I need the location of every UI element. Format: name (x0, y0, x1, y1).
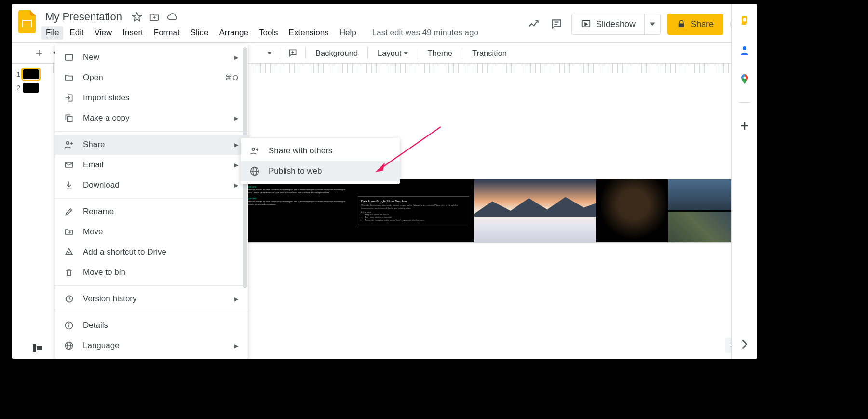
submenu-item-label: Publish to web (269, 166, 322, 176)
slide-number: 2 (14, 84, 20, 92)
background-button[interactable]: Background (310, 46, 364, 61)
svg-point-27 (67, 142, 69, 145)
info-icon (64, 320, 74, 331)
slide-region-landscape-image (474, 179, 596, 242)
svg-point-38 (252, 148, 255, 151)
side-panel (731, 4, 757, 359)
keyboard-shortcut: ⌘O (225, 73, 238, 82)
add-comment-icon[interactable] (284, 45, 301, 61)
email-icon (64, 160, 74, 170)
history-icon (64, 294, 74, 304)
drive-shortcut-icon (64, 247, 74, 257)
slide-region-text: Type one Lorem ipsum dolor sit amet, con… (242, 179, 353, 242)
trash-icon (64, 267, 74, 278)
share-submenu: Share with others Publish to web (241, 138, 400, 184)
add-addon-icon[interactable] (739, 120, 750, 132)
slide-thumbnail (23, 69, 39, 79)
keep-icon[interactable] (739, 15, 750, 27)
menu-tools[interactable]: Tools (255, 26, 283, 40)
title-bar: My Presentation File Edit View Insert Fo… (12, 4, 757, 42)
svg-marker-11 (474, 197, 596, 217)
menu-slide[interactable]: Slide (186, 26, 213, 40)
menu-item-label: Make a copy (83, 113, 129, 123)
menu-item-label: Email (83, 160, 104, 170)
slide-thumb-1[interactable]: 1 (14, 68, 47, 81)
menu-item-open[interactable]: Open ⌘O (55, 68, 248, 88)
rename-icon (64, 206, 74, 217)
menu-item-label: Version history (83, 294, 137, 304)
filmstrip-view-icon[interactable] (31, 342, 44, 356)
folder-icon (64, 72, 74, 83)
menu-item-label: Add a shortcut to Drive (83, 247, 166, 257)
menu-edit[interactable]: Edit (65, 26, 88, 40)
menu-extensions[interactable]: Extensions (285, 26, 333, 40)
menu-item-label: New (83, 53, 99, 62)
share-person-icon (249, 146, 260, 156)
comments-icon[interactable] (548, 16, 565, 32)
menu-item-share[interactable]: Share ▶ (55, 135, 248, 155)
theme-button[interactable]: Theme (422, 46, 458, 61)
slideshow-button[interactable]: Slideshow (572, 14, 644, 34)
hide-panel-icon[interactable] (741, 339, 748, 351)
menu-item-import-slides[interactable]: Import slides (55, 88, 248, 108)
slideshow-label: Slideshow (596, 19, 636, 29)
menu-item-label: Language (83, 341, 120, 351)
menu-item-move[interactable]: Move (55, 222, 248, 242)
move-to-drive-icon[interactable] (149, 12, 160, 22)
submenu-share-with-others[interactable]: Share with others (241, 141, 400, 161)
submenu-arrow-icon: ▶ (234, 296, 238, 302)
document-title[interactable]: My Presentation (42, 10, 125, 24)
template-box-title: Data Arena Google Slides Template (361, 200, 466, 203)
menu-bar: File Edit View Insert Format Slide Arran… (41, 26, 525, 40)
menu-item-label: Open (83, 73, 103, 82)
share-button[interactable]: Share (667, 14, 723, 35)
star-icon[interactable] (132, 12, 142, 22)
menu-item-add-shortcut[interactable]: Add a shortcut to Drive (55, 242, 248, 262)
menu-help[interactable]: Help (335, 26, 361, 40)
submenu-item-label: Share with others (269, 146, 332, 156)
menu-file[interactable]: File (41, 26, 63, 40)
menu-item-version-history[interactable]: Version history ▶ (55, 289, 248, 309)
menu-item-language[interactable]: Language ▶ (55, 336, 248, 356)
slides-logo[interactable] (15, 8, 39, 36)
slide-number: 1 (14, 70, 20, 78)
svg-rect-25 (66, 54, 73, 60)
layout-button[interactable]: Layout (372, 46, 414, 61)
menu-view[interactable]: View (90, 26, 117, 40)
menu-item-details[interactable]: Details (55, 315, 248, 336)
menu-item-move-to-bin[interactable]: Move to bin (55, 262, 248, 283)
slideshow-dropdown[interactable] (644, 14, 660, 34)
menu-item-label: Move (83, 227, 103, 237)
slide-thumb-2[interactable]: 2 (14, 81, 47, 95)
maps-icon[interactable] (739, 73, 750, 85)
svg-point-20 (743, 18, 746, 22)
download-icon (64, 180, 74, 190)
last-edit-link[interactable]: Last edit was 49 minutes ago (372, 26, 478, 40)
submenu-arrow-icon: ▶ (234, 343, 238, 349)
menu-item-label: Import slides (83, 93, 129, 103)
activity-icon[interactable] (525, 16, 542, 32)
share-person-icon (64, 139, 74, 150)
menu-item-make-copy[interactable]: Make a copy ▶ (55, 108, 248, 128)
submenu-publish-to-web[interactable]: Publish to web (241, 161, 400, 181)
contacts-icon[interactable] (739, 44, 750, 56)
menu-item-rename[interactable]: Rename (55, 202, 248, 222)
svg-rect-26 (68, 117, 72, 122)
cloud-status-icon[interactable] (166, 12, 178, 22)
transition-button[interactable]: Transition (466, 46, 513, 61)
submenu-arrow-icon: ▶ (234, 142, 238, 148)
menu-format[interactable]: Format (149, 26, 184, 40)
menu-item-download[interactable]: Download ▶ (55, 175, 248, 195)
menu-arrange[interactable]: Arrange (215, 26, 252, 40)
submenu-arrow-icon: ▶ (234, 182, 238, 189)
menu-item-email[interactable]: Email ▶ (55, 155, 248, 175)
new-slide-button[interactable] (31, 46, 47, 60)
header-actions: Slideshow Share (525, 8, 749, 35)
file-menu-dropdown: New ▶ Open ⌘O Import slides Make a copy … (55, 44, 248, 359)
menu-insert[interactable]: Insert (118, 26, 148, 40)
toolbar-pointer-dropdown[interactable] (263, 48, 276, 58)
slide-thumbnail (23, 83, 39, 93)
menu-item-label: Move to bin (83, 268, 125, 277)
svg-rect-13 (37, 346, 42, 350)
menu-item-new[interactable]: New ▶ (55, 47, 248, 68)
